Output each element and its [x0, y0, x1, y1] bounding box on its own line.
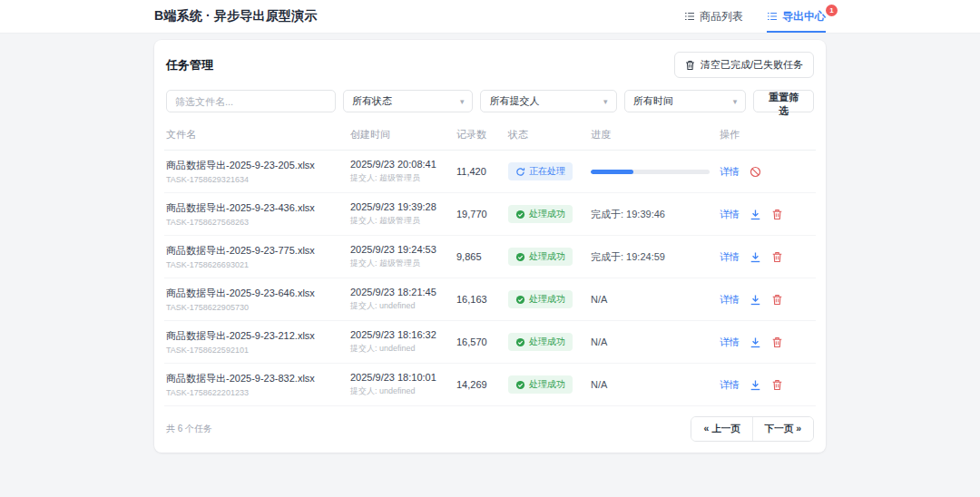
submitter: 提交人: undefined: [350, 385, 449, 397]
task-count: 共 6 个任务: [166, 423, 212, 435]
time-select[interactable]: 所有时间 ▾: [624, 90, 747, 112]
file-name: 商品数据导出-2025-9-23-775.xlsx: [166, 244, 343, 258]
delete-icon[interactable]: [771, 209, 783, 220]
delete-icon[interactable]: [771, 336, 783, 348]
column-header-status: 状态: [506, 124, 589, 151]
notification-badge: 1: [826, 5, 838, 16]
column-header-created: 创建时间: [348, 124, 455, 151]
status-label: 正在处理: [529, 165, 565, 178]
task-management-panel: 任务管理 清空已完成/已失败任务 所有状态 ▾ 所有提交人 ▾ 所有时间 ▾ 重…: [154, 40, 826, 453]
status-badge: 处理成功: [508, 290, 573, 308]
detail-link[interactable]: 详情: [720, 293, 740, 307]
record-count: 19,770: [455, 193, 506, 236]
table-row: 商品数据导出-2025-9-23-205.xlsx TASK-175862932…: [164, 151, 816, 193]
column-header-actions: 操作: [718, 124, 816, 151]
detail-link[interactable]: 详情: [720, 208, 740, 221]
actions-cell: 详情: [720, 293, 810, 307]
record-count: 16,163: [455, 278, 506, 321]
status-icon: [515, 167, 525, 177]
record-count: 9,865: [455, 236, 506, 278]
file-name: 商品数据导出-2025-9-23-832.xlsx: [166, 372, 343, 385]
progress-cell: 完成于: 19:24:59: [589, 236, 718, 278]
top-nav: 商品列表 导出中心 1: [684, 0, 826, 33]
time-select-value: 所有时间: [633, 94, 673, 108]
pagination: « 上一页 下一页 »: [691, 416, 814, 442]
table-row: 商品数据导出-2025-9-23-212.xlsx TASK-175862259…: [164, 321, 816, 364]
prev-page-button[interactable]: « 上一页: [691, 417, 751, 441]
topbar: B端系统 · 异步导出原型演示 商品列表 导出中心 1: [0, 0, 980, 34]
task-table-body: 商品数据导出-2025-9-23-205.xlsx TASK-175862932…: [164, 151, 816, 406]
record-count: 14,269: [455, 364, 506, 406]
next-page-button[interactable]: 下一页 »: [752, 417, 813, 441]
created-time: 2025/9/23 20:08:41: [350, 159, 449, 170]
progress-cell: [589, 151, 718, 193]
panel-footer: 共 6 个任务 « 上一页 下一页 »: [164, 406, 816, 443]
table-row: 商品数据导出-2025-9-23-646.xlsx TASK-175862290…: [164, 278, 816, 321]
detail-link[interactable]: 详情: [720, 165, 740, 179]
download-icon[interactable]: [750, 209, 761, 220]
clear-tasks-button[interactable]: 清空已完成/已失败任务: [674, 52, 814, 78]
task-id: TASK-1758629321634: [166, 175, 343, 184]
progress-cell: N/A: [589, 364, 718, 406]
submitter-select[interactable]: 所有提交人 ▾: [480, 90, 616, 112]
actions-cell: 详情: [720, 165, 810, 179]
status-label: 处理成功: [529, 336, 565, 348]
actions-cell: 详情: [720, 250, 810, 264]
task-table: 文件名 创建时间 记录数 状态 进度 操作 商品数据导出-2025-9-23-2…: [164, 124, 816, 406]
detail-link[interactable]: 详情: [720, 250, 740, 264]
reset-filters-button[interactable]: 重置筛选: [753, 90, 814, 112]
status-label: 处理成功: [529, 250, 565, 263]
table-row: 商品数据导出-2025-9-23-436.xlsx TASK-175862756…: [164, 193, 816, 236]
task-id: TASK-1758622201233: [166, 388, 343, 397]
status-badge: 处理成功: [508, 333, 573, 351]
status-icon: [515, 380, 525, 390]
task-id: TASK-1758627568263: [166, 218, 343, 227]
column-header-progress: 进度: [589, 124, 718, 151]
detail-link[interactable]: 详情: [720, 378, 740, 392]
actions-cell: 详情: [720, 336, 810, 349]
record-count: 11,420: [455, 151, 506, 193]
delete-icon[interactable]: [771, 379, 783, 391]
submitter: 提交人: 超级管理员: [350, 258, 449, 269]
submitter: 提交人: undefined: [350, 300, 449, 312]
nav-export-center[interactable]: 导出中心 1: [767, 0, 826, 33]
status-icon: [515, 295, 525, 305]
nav-label: 导出中心: [782, 9, 826, 24]
progress-cell: N/A: [589, 321, 718, 364]
detail-link[interactable]: 详情: [720, 336, 740, 349]
download-icon[interactable]: [750, 379, 761, 391]
file-name: 商品数据导出-2025-9-23-212.xlsx: [166, 329, 343, 343]
created-time: 2025/9/23 18:10:01: [350, 372, 449, 383]
download-icon[interactable]: [750, 294, 761, 306]
status-label: 处理成功: [529, 378, 565, 391]
status-badge: 处理成功: [508, 248, 573, 266]
file-name: 商品数据导出-2025-9-23-646.xlsx: [166, 287, 343, 300]
created-time: 2025/9/23 19:24:53: [350, 244, 449, 255]
status-select[interactable]: 所有状态 ▾: [343, 90, 473, 112]
submitter: 提交人: undefined: [350, 343, 449, 355]
status-badge: 正在处理: [508, 162, 573, 180]
progress-cell: 完成于: 19:39:46: [589, 193, 718, 236]
panel-title: 任务管理: [166, 57, 213, 73]
status-badge: 处理成功: [508, 375, 573, 394]
download-icon[interactable]: [750, 251, 761, 263]
status-label: 处理成功: [529, 208, 565, 220]
task-id: TASK-1758626693021: [166, 260, 343, 269]
chevron-down-icon: ▾: [603, 97, 608, 106]
delete-icon[interactable]: [771, 294, 783, 306]
actions-cell: 详情: [720, 208, 810, 221]
table-row: 商品数据导出-2025-9-23-832.xlsx TASK-175862220…: [164, 364, 816, 406]
download-icon[interactable]: [750, 336, 761, 348]
file-name: 商品数据导出-2025-9-23-436.xlsx: [166, 201, 343, 215]
panel-header: 任务管理 清空已完成/已失败任务: [164, 52, 816, 78]
column-header-filename: 文件名: [164, 124, 348, 151]
status-label: 处理成功: [529, 293, 565, 306]
cancel-icon[interactable]: [750, 166, 761, 178]
filename-filter-input[interactable]: [166, 90, 336, 112]
table-row: 商品数据导出-2025-9-23-775.xlsx TASK-175862669…: [164, 236, 816, 278]
nav-product-list[interactable]: 商品列表: [684, 0, 743, 33]
chevron-down-icon: ▾: [460, 97, 465, 106]
delete-icon[interactable]: [771, 251, 783, 263]
submitter: 提交人: 超级管理员: [350, 172, 449, 184]
chevron-down-icon: ▾: [733, 97, 738, 106]
